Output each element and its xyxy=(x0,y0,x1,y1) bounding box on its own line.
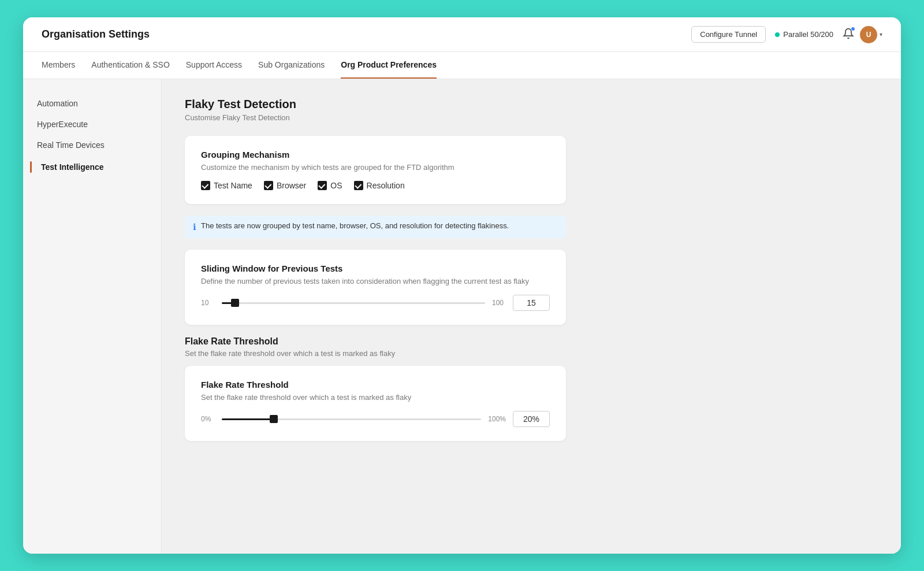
grouping-mechanism-title: Grouping Mechanism xyxy=(201,150,550,160)
avatar: U xyxy=(860,26,877,43)
flake-rate-max-label: 100% xyxy=(488,415,506,423)
flake-rate-slider-row: 0% 100% xyxy=(201,411,550,427)
main-content: Flaky Test Detection Customise Flaky Tes… xyxy=(162,79,901,554)
grouping-mechanism-card: Grouping Mechanism Customize the mechani… xyxy=(185,136,566,204)
info-banner: ℹ The tests are now grouped by test name… xyxy=(185,216,566,238)
flake-rate-section-desc: Set the flake rate threshold over which … xyxy=(185,349,878,358)
flake-rate-track xyxy=(222,418,481,420)
flake-rate-threshold-card: Flake Rate Threshold Set the flake rate … xyxy=(185,366,566,441)
tab-sub-organizations[interactable]: Sub Organizations xyxy=(258,52,325,79)
header: Organisation Settings Configure Tunnel P… xyxy=(23,17,901,52)
flake-rate-thumb[interactable] xyxy=(270,415,278,423)
flake-rate-threshold-desc: Set the flake rate threshold over which … xyxy=(201,393,550,402)
info-banner-text: The tests are now grouped by test name, … xyxy=(201,221,509,230)
avatar-caret-icon: ▾ xyxy=(880,31,882,38)
sliding-window-desc: Define the number of previous tests take… xyxy=(201,277,550,286)
tab-support-access[interactable]: Support Access xyxy=(186,52,242,79)
tab-authentication-sso[interactable]: Authentication & SSO xyxy=(91,52,169,79)
sliding-window-min-label: 10 xyxy=(201,299,215,307)
sliding-window-max-label: 100 xyxy=(492,299,506,307)
flake-rate-threshold-title: Flake Rate Threshold xyxy=(201,380,550,390)
checkbox-box-os xyxy=(318,181,327,190)
flake-rate-section-title: Flake Rate Threshold xyxy=(185,336,878,347)
checkbox-label-resolution: Resolution xyxy=(367,181,405,190)
nav-tabs: Members Authentication & SSO Support Acc… xyxy=(23,52,901,79)
bell-notification-dot xyxy=(851,27,855,31)
section-title: Flaky Test Detection xyxy=(185,98,878,111)
sliding-window-value-input[interactable] xyxy=(513,295,550,311)
sliding-window-title: Sliding Window for Previous Tests xyxy=(201,264,550,273)
checkbox-resolution[interactable]: Resolution xyxy=(354,181,405,190)
page-title: Organisation Settings xyxy=(42,28,150,40)
flake-rate-min-label: 0% xyxy=(201,415,215,423)
active-indicator xyxy=(30,161,32,173)
sidebar-item-test-intelligence[interactable]: Test Intelligence xyxy=(23,155,161,179)
checkbox-box-test-name xyxy=(201,181,210,190)
info-icon: ℹ xyxy=(193,222,196,232)
grouping-mechanism-desc: Customize the mechanism by which tests a… xyxy=(201,163,550,172)
checkbox-label-os: OS xyxy=(330,181,342,190)
checkbox-box-resolution xyxy=(354,181,363,190)
header-icons: U ▾ xyxy=(843,26,882,43)
checkbox-box-browser xyxy=(264,181,273,190)
flake-rate-fill xyxy=(222,418,274,420)
sidebar-label-real-time-devices: Real Time Devices xyxy=(37,140,105,150)
parallel-badge: Parallel 50/200 xyxy=(775,30,833,39)
tab-org-product-preferences[interactable]: Org Product Preferences xyxy=(341,52,437,79)
header-actions: Configure Tunnel Parallel 50/200 U ▾ xyxy=(691,26,882,43)
sliding-window-slider-row: 10 100 xyxy=(201,295,550,311)
checkbox-test-name[interactable]: Test Name xyxy=(201,181,252,190)
sidebar-item-real-time-devices[interactable]: Real Time Devices xyxy=(23,135,161,155)
checkbox-label-test-name: Test Name xyxy=(214,181,252,190)
sidebar-item-hyperexecute[interactable]: HyperExecute xyxy=(23,114,161,135)
checkbox-os[interactable]: OS xyxy=(318,181,342,190)
sidebar-label-test-intelligence: Test Intelligence xyxy=(41,162,104,172)
app-window: Organisation Settings Configure Tunnel P… xyxy=(23,17,901,554)
bell-icon-wrap[interactable] xyxy=(843,28,854,42)
sliding-window-thumb[interactable] xyxy=(231,299,239,307)
tab-members[interactable]: Members xyxy=(42,52,75,79)
sidebar-label-hyperexecute: HyperExecute xyxy=(37,120,88,129)
checkbox-browser[interactable]: Browser xyxy=(264,181,306,190)
sliding-window-slider-wrap[interactable] xyxy=(222,297,485,309)
sliding-window-track xyxy=(222,302,485,304)
parallel-label: Parallel 50/200 xyxy=(783,30,833,39)
flake-rate-value-input[interactable] xyxy=(513,411,550,427)
sidebar-label-automation: Automation xyxy=(37,99,78,108)
user-menu[interactable]: U ▾ xyxy=(860,26,882,43)
configure-tunnel-button[interactable]: Configure Tunnel xyxy=(691,26,766,43)
sidebar-item-automation[interactable]: Automation xyxy=(23,93,161,114)
checkboxes-row: Test Name Browser OS Resolution xyxy=(201,181,550,190)
sidebar: Automation HyperExecute Real Time Device… xyxy=(23,79,162,554)
sliding-window-card: Sliding Window for Previous Tests Define… xyxy=(185,250,566,325)
parallel-dot-icon xyxy=(775,32,780,37)
flake-rate-slider-wrap[interactable] xyxy=(222,413,481,425)
section-subtitle: Customise Flaky Test Detection xyxy=(185,113,878,122)
content-area: Automation HyperExecute Real Time Device… xyxy=(23,79,901,554)
checkbox-label-browser: Browser xyxy=(277,181,306,190)
